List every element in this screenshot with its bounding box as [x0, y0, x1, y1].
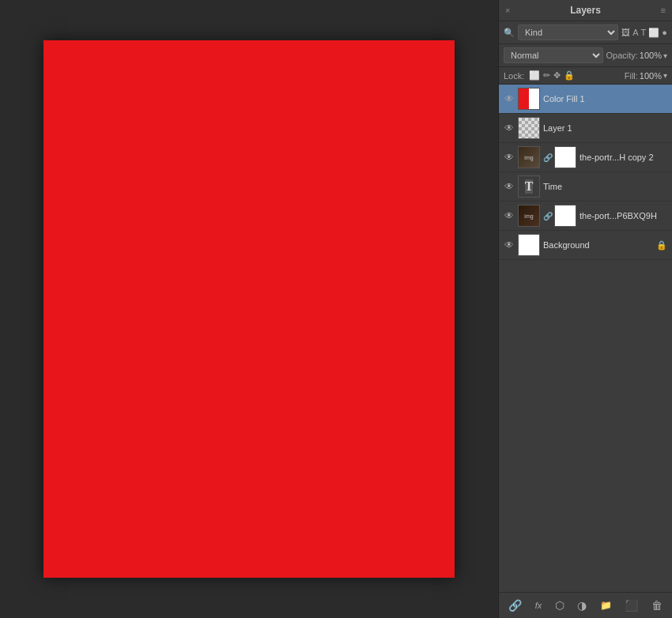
add-style-button[interactable]: fx — [532, 599, 546, 612]
layer-item[interactable]: 👁 T Time — [499, 172, 672, 202]
layers-list: 👁 Color Fill 1 👁 Layer 1 👁 img — [499, 85, 672, 592]
layer-item[interactable]: 👁 Background 🔒 — [499, 231, 672, 260]
fill-group: Fill: 100% ▾ — [625, 71, 667, 81]
filter-icons: 🖼 A T ⬜ ● — [621, 28, 667, 38]
panel-title: Layers — [570, 5, 601, 16]
panel-header: × Layers ≡ — [499, 0, 672, 21]
add-adjustment-button[interactable]: ◑ — [574, 597, 590, 613]
visibility-eye-icon[interactable]: 👁 — [504, 152, 515, 163]
layer-thumbnail — [518, 117, 540, 139]
search-icon: 🔍 — [504, 28, 515, 38]
delete-layer-button[interactable]: 🗑 — [648, 597, 666, 613]
layer-thumbnail: T — [518, 175, 540, 198]
opacity-chevron-icon[interactable]: ▾ — [663, 51, 667, 60]
close-icon[interactable]: × — [505, 6, 510, 15]
layer-thumbnail — [518, 234, 540, 256]
fill-value: 100% — [640, 71, 662, 81]
link-icon: 🔗 — [543, 153, 551, 162]
link-layers-button[interactable]: 🔗 — [505, 597, 525, 613]
filter-pixel-icon[interactable]: 🖼 — [621, 28, 630, 37]
filter-row: 🔍 Kind 🖼 A T ⬜ ● — [499, 21, 672, 44]
layer-name: the-port...P6BXQ9H — [580, 211, 667, 220]
filter-adjust-icon[interactable]: A — [632, 28, 638, 37]
opacity-value: 100% — [640, 51, 662, 60]
layer-thumbnail: img — [518, 205, 540, 227]
new-group-button[interactable]: 📁 — [597, 598, 615, 612]
filter-shape-icon[interactable]: ⬜ — [648, 28, 659, 38]
opacity-group: Opacity: 100% ▾ — [606, 51, 668, 60]
layer-thumbnail — [518, 88, 540, 110]
add-mask-button[interactable]: ⬡ — [552, 597, 568, 613]
lock-all-icon[interactable]: 🔒 — [564, 70, 575, 81]
canvas-area — [0, 0, 498, 618]
fill-label: Fill: — [625, 71, 638, 81]
lock-label: Lock: — [504, 71, 524, 81]
fill-chevron-icon[interactable]: ▾ — [663, 71, 667, 80]
lock-transparent-icon[interactable]: ⬜ — [529, 70, 540, 81]
layer-item[interactable]: 👁 img 🔗 the-port...P6BXQ9H — [499, 202, 672, 231]
visibility-eye-icon[interactable]: 👁 — [504, 210, 515, 221]
layer-name: Time — [543, 182, 667, 191]
layer-item[interactable]: 👁 Layer 1 — [499, 114, 672, 143]
layer-item[interactable]: 👁 img 🔗 the-portr...H copy 2 — [499, 143, 672, 172]
filter-smartobj-icon[interactable]: ● — [662, 28, 667, 37]
layer-thumbnail: img — [518, 146, 540, 168]
kind-filter-select[interactable]: Kind — [518, 24, 618, 40]
new-layer-button[interactable]: ⬛ — [621, 597, 641, 613]
panel-menu-icon[interactable]: ≡ — [661, 6, 666, 15]
visibility-eye-icon[interactable]: 👁 — [504, 239, 515, 251]
layer-item[interactable]: 👁 Color Fill 1 — [499, 85, 672, 114]
filter-type-icon[interactable]: T — [641, 28, 647, 37]
lock-icons: ⬜ ✏ ✥ 🔒 — [529, 70, 619, 81]
visibility-eye-icon[interactable]: 👁 — [504, 122, 515, 134]
panel-footer: 🔗 fx ⬡ ◑ 📁 ⬛ 🗑 — [499, 592, 672, 618]
layer-name: Layer 1 — [543, 123, 667, 133]
lock-position-icon[interactable]: ✥ — [553, 70, 561, 81]
layer-mask-thumbnail — [554, 205, 576, 227]
layers-panel: × Layers ≡ 🔍 Kind 🖼 A T ⬜ ● Normal Opaci… — [498, 0, 672, 618]
visibility-eye-icon[interactable]: 👁 — [504, 93, 515, 104]
opacity-label: Opacity: — [606, 51, 638, 60]
layer-mask-thumbnail — [554, 146, 576, 168]
blend-mode-row: Normal Opacity: 100% ▾ — [499, 44, 672, 67]
visibility-eye-icon[interactable]: 👁 — [504, 181, 515, 192]
lock-row: Lock: ⬜ ✏ ✥ 🔒 Fill: 100% ▾ — [499, 67, 672, 85]
canvas-document — [43, 40, 455, 578]
layer-lock-icon: 🔒 — [656, 240, 667, 251]
link-icon: 🔗 — [543, 212, 551, 220]
layer-name: Background — [543, 240, 653, 250]
blend-mode-select[interactable]: Normal — [504, 47, 603, 63]
layer-name: the-portr...H copy 2 — [580, 153, 667, 162]
layer-name: Color Fill 1 — [543, 94, 667, 104]
lock-image-icon[interactable]: ✏ — [543, 70, 550, 81]
